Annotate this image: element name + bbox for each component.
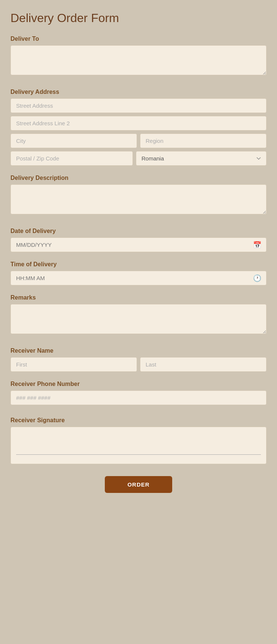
time-wrapper: 🕐 — [10, 271, 267, 285]
delivery-description-textarea[interactable] — [10, 184, 267, 214]
receiver-phone-section: Receiver Phone Number — [10, 381, 267, 408]
date-of-delivery-label: Date of Delivery — [10, 228, 267, 234]
delivery-address-section: Delivery Address Romania United States U… — [10, 89, 267, 166]
remarks-label: Remarks — [10, 294, 267, 301]
postal-code-input[interactable] — [10, 151, 133, 166]
date-of-delivery-section: Date of Delivery 📅 — [10, 228, 267, 252]
remarks-section: Remarks — [10, 294, 267, 338]
receiver-signature-label: Receiver Signature — [10, 417, 267, 424]
date-input[interactable] — [10, 237, 267, 252]
date-wrapper: 📅 — [10, 237, 267, 252]
region-input[interactable] — [140, 134, 267, 148]
time-input[interactable] — [10, 271, 267, 285]
delivery-description-section: Delivery Description — [10, 175, 267, 219]
time-of-delivery-section: Time of Delivery 🕐 — [10, 261, 267, 285]
receiver-name-section: Receiver Name — [10, 347, 267, 372]
city-input[interactable] — [10, 134, 137, 148]
receiver-phone-input[interactable] — [10, 390, 267, 405]
delivery-address-label: Delivery Address — [10, 89, 267, 95]
page-title: Delivery Order Form — [10, 11, 267, 25]
signature-line — [16, 454, 261, 455]
deliver-to-textarea[interactable] — [10, 45, 267, 75]
street-address-2-input[interactable] — [10, 116, 267, 131]
receiver-signature-section: Receiver Signature — [10, 417, 267, 464]
street-address-input[interactable] — [10, 98, 267, 113]
receiver-phone-label: Receiver Phone Number — [10, 381, 267, 387]
delivery-description-label: Delivery Description — [10, 175, 267, 181]
order-button[interactable]: ORDER — [105, 476, 172, 493]
time-of-delivery-label: Time of Delivery — [10, 261, 267, 268]
deliver-to-section: Deliver To — [10, 36, 267, 80]
receiver-name-label: Receiver Name — [10, 347, 267, 354]
signature-area[interactable] — [10, 427, 267, 464]
order-button-wrapper: ORDER — [10, 476, 267, 493]
remarks-textarea[interactable] — [10, 304, 267, 334]
country-select[interactable]: Romania United States United Kingdom Fra… — [136, 151, 267, 166]
receiver-first-name-input[interactable] — [10, 357, 137, 372]
receiver-last-name-input[interactable] — [140, 357, 267, 372]
deliver-to-label: Deliver To — [10, 36, 267, 42]
receiver-name-row — [10, 357, 267, 372]
